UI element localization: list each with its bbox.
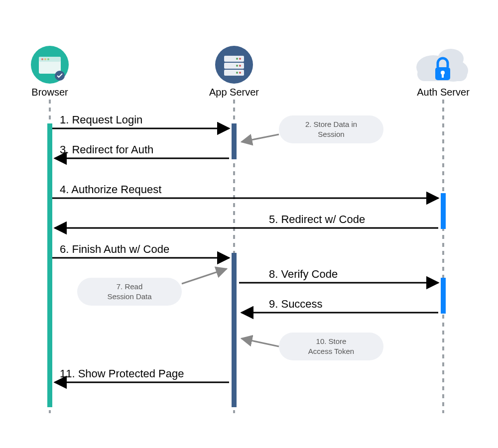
msg-1-request-login: 1. Request Login bbox=[52, 113, 229, 128]
app-activation-1 bbox=[232, 123, 237, 159]
svg-text:9. Success: 9. Success bbox=[269, 298, 323, 310]
msg-9-success: 9. Success bbox=[242, 298, 438, 313]
svg-line-29 bbox=[242, 134, 279, 142]
svg-text:Session: Session bbox=[318, 130, 344, 138]
msg-6-finish-auth: 6. Finish Auth w/ Code bbox=[52, 243, 229, 258]
app-server-label: App Server bbox=[209, 87, 259, 98]
svg-text:Access Token: Access Token bbox=[308, 347, 354, 355]
msg-4-authorize: 4. Authorize Request bbox=[52, 183, 438, 198]
svg-text:7. Read: 7. Read bbox=[117, 282, 143, 291]
auth-activation-1 bbox=[441, 193, 446, 229]
svg-point-15 bbox=[239, 72, 241, 74]
svg-text:10. Store: 10. Store bbox=[316, 337, 347, 345]
auth-activation-2 bbox=[441, 278, 446, 314]
msg-8-verify-code: 8. Verify Code bbox=[239, 268, 438, 283]
svg-point-3 bbox=[41, 58, 43, 60]
svg-rect-23 bbox=[442, 74, 444, 78]
app-server-actor: App Server bbox=[209, 46, 259, 98]
svg-point-5 bbox=[47, 58, 49, 60]
browser-activation bbox=[47, 123, 52, 407]
auth-server-label: Auth Server bbox=[417, 87, 470, 98]
note-10-store-token: 10. Store Access Token bbox=[242, 333, 383, 360]
svg-point-11 bbox=[239, 58, 241, 60]
svg-point-4 bbox=[44, 58, 46, 60]
svg-text:Session Data: Session Data bbox=[107, 292, 152, 301]
svg-text:4. Authorize Request: 4. Authorize Request bbox=[60, 183, 161, 196]
app-activation-2 bbox=[232, 253, 237, 407]
svg-line-41 bbox=[182, 269, 227, 284]
browser-label: Browser bbox=[31, 87, 68, 98]
msg-5-redirect-code: 5. Redirect w/ Code bbox=[55, 213, 438, 228]
svg-text:2. Store Data in: 2. Store Data in bbox=[305, 120, 357, 128]
svg-point-13 bbox=[239, 65, 241, 67]
msg-11-show-page: 11. Show Protected Page bbox=[55, 367, 229, 382]
svg-text:1. Request Login: 1. Request Login bbox=[60, 113, 142, 126]
svg-text:5. Redirect w/ Code: 5. Redirect w/ Code bbox=[269, 213, 365, 225]
svg-text:8. Verify Code: 8. Verify Code bbox=[269, 268, 338, 280]
note-7-read-session: 7. Read Session Data bbox=[77, 269, 227, 306]
svg-text:3. Redirect for Auth: 3. Redirect for Auth bbox=[60, 143, 153, 156]
svg-line-49 bbox=[242, 338, 279, 346]
browser-actor: Browser bbox=[31, 46, 69, 98]
msg-3-redirect-auth: 3. Redirect for Auth bbox=[55, 143, 229, 158]
note-2-store-data: 2. Store Data in Session bbox=[242, 115, 383, 143]
svg-point-14 bbox=[236, 65, 238, 67]
svg-text:6. Finish Auth w/ Code: 6. Finish Auth w/ Code bbox=[60, 243, 169, 255]
svg-point-12 bbox=[236, 58, 238, 60]
sequence-diagram: Browser App Server Auth Server bbox=[0, 0, 498, 448]
auth-server-actor: Auth Server bbox=[416, 49, 470, 98]
svg-text:11. Show Protected Page: 11. Show Protected Page bbox=[60, 367, 184, 380]
svg-point-16 bbox=[236, 72, 238, 74]
